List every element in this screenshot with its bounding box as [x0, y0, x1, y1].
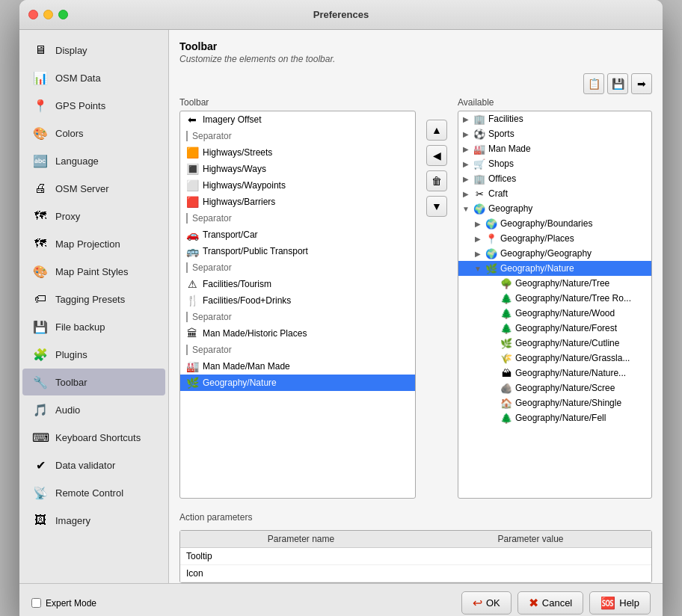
- sidebar-label-map-projection: Map Projection: [55, 238, 120, 250]
- language-icon: 🔤: [31, 152, 49, 170]
- cancel-button[interactable]: ✖ Cancel: [517, 591, 583, 615]
- sidebar-label-proxy: Proxy: [55, 211, 80, 222]
- toolbar-separator-6[interactable]: Separator: [180, 210, 415, 227]
- toolbar-icon-1[interactable]: 📋: [583, 73, 604, 94]
- available-item-20[interactable]: 🌲Geography/Nature/Fell: [458, 410, 651, 425]
- sidebar-item-language[interactable]: 🔤Language: [22, 147, 165, 174]
- toolbar-item-0[interactable]: ⬅Imagery Offset: [180, 111, 415, 128]
- move-down-button[interactable]: ▼: [426, 196, 447, 217]
- toolbar-item-16[interactable]: 🌿Geography/Nature: [180, 375, 415, 391]
- tree-icon-15: 🌿: [500, 337, 512, 349]
- sidebar-label-display: Display: [55, 45, 87, 56]
- available-item-5[interactable]: ▶✂Craft: [458, 186, 651, 201]
- sidebar-item-file-backup[interactable]: 💾File backup: [22, 313, 165, 340]
- sidebar-item-data-validator[interactable]: ✔Data validator: [22, 452, 165, 478]
- toolbar-list[interactable]: ⬅Imagery OffsetSeparator🟧Highways/Street…: [179, 111, 416, 499]
- sidebar-item-toolbar[interactable]: 🔧Toolbar: [22, 369, 165, 395]
- sidebar: 🖥Display📊OSM Data📍GPS Points🎨Colors🔤Lang…: [19, 30, 169, 583]
- available-item-10[interactable]: ▼🌿Geography/Nature: [458, 261, 651, 276]
- toolbar-item-4[interactable]: ⬜Highways/Waypoints: [180, 177, 415, 194]
- sidebar-item-osm-data[interactable]: 📊OSM Data: [22, 64, 165, 91]
- tree-icon-7: 🌍: [485, 218, 497, 230]
- available-item-11[interactable]: 🌳Geography/Nature/Tree: [458, 276, 651, 291]
- separator-label: Separator: [192, 213, 232, 224]
- available-item-12[interactable]: 🌲Geography/Nature/Tree Ro...: [458, 291, 651, 306]
- sidebar-item-keyboard-shortcuts[interactable]: ⌨Keyboard Shortcuts: [22, 424, 165, 451]
- sidebar-item-colors[interactable]: 🎨Colors: [22, 120, 165, 147]
- toolbar-item-15[interactable]: 🏭Man Made/Man Made: [180, 358, 415, 375]
- available-item-0[interactable]: ▶🏢Facilities: [458, 111, 651, 126]
- toolbar-item-3[interactable]: 🔳Highways/Ways: [180, 161, 415, 177]
- sidebar-item-plugins[interactable]: 🧩Plugins: [22, 341, 165, 368]
- available-item-15[interactable]: 🌿Geography/Nature/Cutline: [458, 336, 651, 351]
- separator-line: [186, 213, 188, 224]
- toolbar-icon-2[interactable]: 💾: [607, 73, 628, 94]
- cancel-label: Cancel: [542, 597, 572, 609]
- available-item-7[interactable]: ▶🌍Geography/Boundaries: [458, 216, 651, 231]
- toolbar-separator-14[interactable]: Separator: [180, 342, 415, 358]
- sidebar-item-imagery[interactable]: 🖼Imagery: [22, 507, 165, 534]
- params-col1: Parameter name: [186, 534, 416, 544]
- available-item-2[interactable]: ▶🏭Man Made: [458, 141, 651, 156]
- toolbar-item-7[interactable]: 🚗Transport/Car: [180, 227, 415, 243]
- toolbar-item-10[interactable]: ⚠Facilities/Tourism: [180, 276, 415, 292]
- toolbar-item-icon-11: 🍴: [186, 295, 198, 307]
- move-up-button[interactable]: ▲: [426, 120, 447, 141]
- separator-label: Separator: [192, 345, 232, 355]
- available-item-label-15: Geography/Nature/Cutline: [515, 338, 619, 348]
- available-item-18[interactable]: 🪨Geography/Nature/Scree: [458, 381, 651, 395]
- params-value-0: [416, 551, 645, 561]
- sidebar-item-tagging-presets[interactable]: 🏷Tagging Presets: [22, 286, 165, 312]
- available-list[interactable]: ▶🏢Facilities▶⚽Sports▶🏭Man Made▶🛒Shops▶🏢O…: [458, 111, 652, 499]
- sidebar-item-display[interactable]: 🖥Display: [22, 37, 165, 64]
- preferences-window: Preferences 🖥Display📊OSM Data📍GPS Points…: [19, 0, 663, 616]
- available-item-16[interactable]: 🌾Geography/Nature/Grassla...: [458, 351, 651, 366]
- sidebar-item-gps-points[interactable]: 📍GPS Points: [22, 92, 165, 119]
- toolbar-item-5[interactable]: 🟥Highways/Barriers: [180, 194, 415, 210]
- close-button[interactable]: [28, 10, 38, 19]
- available-item-13[interactable]: 🌲Geography/Nature/Wood: [458, 306, 651, 321]
- toolbar-item-11[interactable]: 🍴Facilities/Food+Drinks: [180, 292, 415, 309]
- tree-icon-4: 🏢: [473, 173, 485, 185]
- available-item-6[interactable]: ▼🌍Geography: [458, 201, 651, 216]
- tree-icon-2: 🏭: [473, 143, 485, 155]
- sidebar-label-osm-server: OSM Server: [55, 183, 109, 194]
- sidebar-item-osm-server[interactable]: 🖨OSM Server: [22, 175, 165, 202]
- osm-data-icon: 📊: [31, 69, 49, 87]
- available-item-4[interactable]: ▶🏢Offices: [458, 171, 651, 186]
- ok-button[interactable]: ↩ OK: [461, 591, 512, 615]
- help-icon: 🆘: [600, 596, 615, 610]
- sidebar-label-remote-control: Remote Control: [55, 487, 123, 499]
- sidebar-item-proxy[interactable]: 🗺Proxy: [22, 203, 165, 230]
- expert-mode: Expert Mode: [31, 598, 96, 609]
- maximize-button[interactable]: [58, 10, 68, 19]
- footer-buttons: ↩ OK ✖ Cancel 🆘 Help: [461, 591, 651, 615]
- available-item-19[interactable]: 🏠Geography/Nature/Shingle: [458, 395, 651, 410]
- toolbar-separator-9[interactable]: Separator: [180, 259, 415, 276]
- toolbar-separator-1[interactable]: Separator: [180, 128, 415, 144]
- sidebar-label-colors: Colors: [55, 128, 84, 139]
- available-item-1[interactable]: ▶⚽Sports: [458, 126, 651, 141]
- sidebar-item-remote-control[interactable]: 📡Remote Control: [22, 479, 165, 506]
- sidebar-label-file-backup: File backup: [55, 321, 105, 333]
- available-item-3[interactable]: ▶🛒Shops: [458, 156, 651, 171]
- toolbar-item-2[interactable]: 🟧Highways/Streets: [180, 144, 415, 161]
- available-item-17[interactable]: 🏔Geography/Nature/Nature...: [458, 366, 651, 381]
- expert-mode-checkbox[interactable]: [31, 598, 41, 608]
- available-item-14[interactable]: 🌲Geography/Nature/Forest: [458, 321, 651, 336]
- available-item-8[interactable]: ▶📍Geography/Places: [458, 231, 651, 246]
- minimize-button[interactable]: [43, 10, 53, 19]
- sidebar-item-audio[interactable]: 🎵Audio: [22, 396, 165, 423]
- add-button[interactable]: ◀: [426, 145, 447, 166]
- sidebar-item-map-paint-styles[interactable]: 🎨Map Paint Styles: [22, 258, 165, 285]
- available-item-9[interactable]: ▶🌍Geography/Geography: [458, 246, 651, 261]
- content-area: 🖥Display📊OSM Data📍GPS Points🎨Colors🔤Lang…: [19, 30, 663, 583]
- remove-button[interactable]: 🗑: [426, 170, 447, 191]
- sidebar-item-map-projection[interactable]: 🗺Map Projection: [22, 230, 165, 257]
- toolbar-item-13[interactable]: 🏛Man Made/Historic Places: [180, 325, 415, 342]
- action-params-section: Action parameters Parameter name Paramet…: [179, 506, 652, 583]
- toolbar-item-8[interactable]: 🚌Transport/Public Transport: [180, 243, 415, 259]
- toolbar-separator-12[interactable]: Separator: [180, 309, 415, 325]
- help-button[interactable]: 🆘 Help: [589, 591, 651, 615]
- toolbar-icon-3[interactable]: ➡: [631, 73, 652, 94]
